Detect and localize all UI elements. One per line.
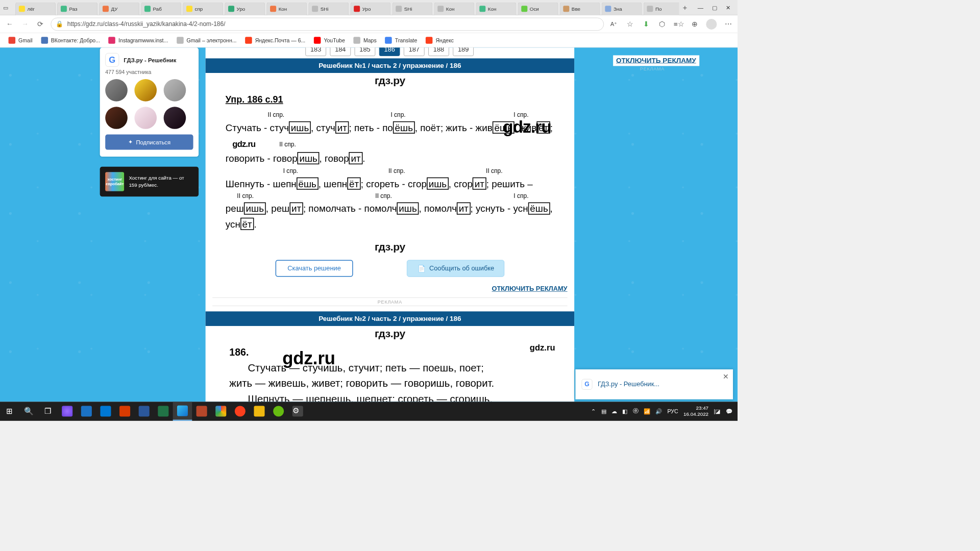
- browser-tab[interactable]: Уро: [350, 2, 390, 15]
- bookmark-label: YouTube: [324, 37, 345, 43]
- back-icon[interactable]: ←: [5, 20, 15, 28]
- solution-line: Стучать - стучишь, стучит; петь - поёшь,…: [226, 120, 554, 135]
- start-button[interactable]: ⊞: [0, 402, 19, 421]
- browser-tab[interactable]: Кон: [476, 2, 516, 15]
- tray-icon[interactable]: 🔊: [655, 408, 662, 414]
- pager-item[interactable]: 186: [379, 47, 400, 56]
- browser-tab[interactable]: Кон: [434, 2, 474, 15]
- conj-label: I спр.: [513, 191, 536, 201]
- favorites-bar-icon[interactable]: ≡☆: [674, 20, 683, 29]
- search-icon[interactable]: 🔍: [19, 402, 39, 421]
- bookmark-item[interactable]: Gmail – электронн...: [177, 37, 237, 44]
- tray-icon[interactable]: ◧: [622, 408, 627, 414]
- taskbar-app[interactable]: [96, 402, 115, 421]
- favorite-icon[interactable]: ☆: [625, 20, 634, 29]
- hosting-text: Хостинг для сайта — от 159 руб/мес.: [129, 175, 193, 188]
- refresh-icon[interactable]: ⟳: [35, 20, 45, 29]
- language-indicator[interactable]: РУС: [667, 408, 678, 414]
- browser-tab[interactable]: Зна: [602, 2, 642, 15]
- notifications-icon[interactable]: 💬: [726, 408, 732, 414]
- browser-tab[interactable]: Раб: [141, 2, 181, 15]
- task-view-icon[interactable]: ❐: [38, 402, 58, 421]
- bookmark-item[interactable]: Translate: [385, 37, 417, 44]
- bookmark-item[interactable]: Яндекс.Почта — 6...: [245, 37, 305, 44]
- window-maximize-icon[interactable]: ▢: [712, 4, 718, 11]
- tray-icon[interactable]: ☁: [611, 408, 617, 414]
- browser-tab[interactable]: лёг: [15, 2, 56, 15]
- bookmark-item[interactable]: YouTube: [314, 37, 345, 44]
- tray-icon[interactable]: ▤: [601, 408, 606, 414]
- browser-tab[interactable]: По: [644, 2, 679, 15]
- download-button[interactable]: Скачать решение: [275, 260, 353, 277]
- solution-actions: Скачать решение 📄 Сообщить об ошибке: [206, 255, 574, 285]
- pager-item[interactable]: 188: [428, 47, 449, 56]
- bookmark-item[interactable]: Яндекс: [426, 37, 454, 44]
- taskbar-app[interactable]: [211, 402, 231, 421]
- taskbar-app[interactable]: [115, 402, 135, 421]
- menu-icon[interactable]: ⋯: [724, 20, 733, 29]
- member-avatar[interactable]: [164, 107, 186, 129]
- member-avatar[interactable]: [134, 107, 157, 129]
- tab-label: Кон: [446, 6, 471, 12]
- pager-item[interactable]: 189: [453, 47, 474, 56]
- browser-tab[interactable]: Раз: [57, 2, 97, 15]
- taskbar-clock[interactable]: 23:47 16.04.2022: [683, 405, 708, 417]
- close-icon[interactable]: ✕: [723, 372, 728, 381]
- browser-tab[interactable]: спр: [183, 2, 223, 15]
- bookmark-item[interactable]: ВКонтакте: Добро...: [41, 37, 100, 44]
- report-button[interactable]: 📄 Сообщить об ошибке: [407, 260, 504, 277]
- new-tab-button[interactable]: +: [679, 3, 691, 12]
- favicon-icon: [144, 6, 151, 12]
- taskbar-app[interactable]: [134, 402, 154, 421]
- browser-tab[interactable]: Кон: [266, 2, 307, 15]
- member-avatar[interactable]: [134, 79, 157, 102]
- bookmark-item[interactable]: Gmail: [9, 37, 33, 44]
- browser-tab[interactable]: Вве: [560, 2, 600, 15]
- member-avatar[interactable]: [105, 107, 128, 129]
- taskbar-app[interactable]: [231, 402, 250, 421]
- window-minimize-icon[interactable]: —: [698, 4, 703, 11]
- subscribe-button[interactable]: ✦ Подписаться: [105, 134, 193, 149]
- browser-tab[interactable]: Уро: [225, 2, 265, 15]
- url-input[interactable]: 🔒 https://gdz.ru/class-4/russkii_yazik/k…: [51, 17, 604, 31]
- taskbar-app[interactable]: [250, 402, 269, 421]
- taskbar-app[interactable]: [77, 402, 96, 421]
- collections-icon[interactable]: ⊕: [690, 20, 699, 29]
- pager-item[interactable]: 187: [404, 47, 425, 56]
- browser-tab[interactable]: SHi: [392, 2, 432, 15]
- tray-icon[interactable]: ⓔ: [633, 408, 639, 415]
- taskbar-app[interactable]: [154, 402, 173, 421]
- member-avatar[interactable]: [164, 79, 186, 102]
- extension-icon[interactable]: ⬡: [657, 20, 667, 29]
- tab-label: спр: [195, 6, 220, 12]
- favicon-icon: [605, 6, 611, 12]
- disable-ads-link[interactable]: ОТКЛЮЧИТЬ РЕКЛАМУ: [492, 285, 568, 292]
- tray-icon[interactable]: |◪: [714, 408, 721, 414]
- browser-tab[interactable]: SHi: [308, 2, 349, 15]
- taskbar-app-active[interactable]: [173, 402, 192, 421]
- pager-item[interactable]: 183: [305, 47, 326, 56]
- conj-label: II спр.: [279, 139, 302, 149]
- profile-icon[interactable]: [706, 19, 717, 30]
- browser-tab[interactable]: ДУ: [99, 2, 139, 15]
- member-avatar[interactable]: [105, 79, 128, 102]
- taskbar-app[interactable]: [269, 402, 288, 421]
- favicon-icon: [19, 6, 25, 12]
- adguard-icon[interactable]: ⬇: [642, 20, 651, 29]
- bookmark-item[interactable]: Instagramwww.inst...: [109, 37, 168, 44]
- bookmark-item[interactable]: Maps: [353, 37, 376, 44]
- window-close-icon[interactable]: ✕: [726, 4, 731, 11]
- hosting-ad[interactable]: хостинг евробайт Хостинг для сайта — от …: [100, 167, 199, 197]
- tray-chevron-icon[interactable]: ⌃: [591, 408, 596, 414]
- tab-actions-icon[interactable]: ▭: [0, 5, 12, 11]
- tray-icon[interactable]: 📶: [644, 408, 650, 414]
- widget-title[interactable]: ГДЗ.ру - Решебник: [124, 57, 176, 63]
- pager-item[interactable]: 185: [355, 47, 376, 56]
- notification-popup[interactable]: ✕ G ГДЗ.ру - Решебник...: [575, 369, 733, 399]
- pager-item[interactable]: 184: [330, 47, 351, 56]
- taskbar-app[interactable]: ⚙: [288, 402, 307, 421]
- taskbar-app[interactable]: [58, 402, 77, 421]
- reader-icon[interactable]: A⁺: [609, 20, 619, 28]
- browser-tab[interactable]: Оси: [518, 2, 558, 15]
- taskbar-app[interactable]: [192, 402, 211, 421]
